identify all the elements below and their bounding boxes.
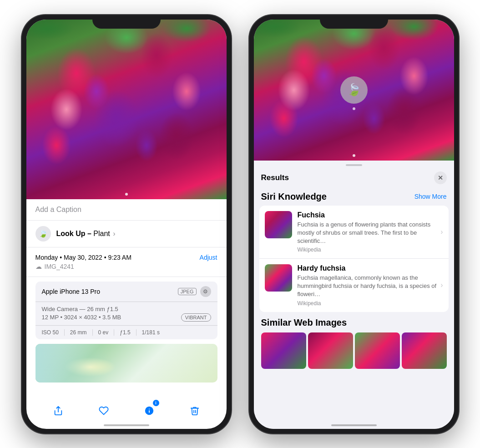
- siri-dot: [353, 107, 355, 110]
- hardy-title: Hardy fuchsia: [298, 264, 443, 272]
- caption-area[interactable]: Add a Caption: [26, 199, 227, 221]
- fuchsia-chevron: ›: [440, 228, 443, 236]
- results-header: Results ✕: [254, 168, 454, 189]
- meta-date-row: Monday • May 30, 2022 • 9:23 AM Adjust: [35, 254, 217, 261]
- notch: [92, 15, 161, 29]
- info-badge: i: [153, 400, 159, 406]
- siri-knowledge-title: Siri Knowledge: [261, 191, 327, 202]
- share-button[interactable]: [49, 402, 67, 420]
- info-button[interactable]: i: [140, 402, 158, 420]
- exif-row: ISO 50 26 mm 0 ev ƒ1.5 1/181 s: [35, 326, 217, 339]
- heart-icon: [99, 406, 109, 416]
- lookup-icon: 🍃: [35, 226, 51, 242]
- favorite-button[interactable]: [95, 402, 113, 420]
- share-icon: [53, 406, 63, 416]
- lookup-label[interactable]: Look Up – Plant ›: [56, 230, 116, 238]
- device-section: Apple iPhone 13 Pro JPEG ⚙ Wide Camera —…: [35, 282, 217, 339]
- resolution-info: 12 MP • 3024 × 4032 • 3.5 MB: [42, 314, 121, 321]
- hardy-chevron: ›: [440, 281, 443, 289]
- gear-button[interactable]: ⚙: [200, 286, 211, 297]
- info-icon: [144, 406, 154, 416]
- fuchsia-source: Wikipedia: [298, 247, 443, 253]
- exif-shutter: 1/181 s: [142, 329, 160, 336]
- left-screen: Add a Caption 🍃 Look Up – Plant › Monday…: [26, 20, 227, 429]
- results-handle: [346, 164, 362, 166]
- flower-photo-right[interactable]: 🍃: [254, 20, 454, 161]
- meta-filename: IMG_4241: [45, 263, 74, 270]
- page-indicator-right: [353, 154, 355, 157]
- hardy-fuchsia-card[interactable]: Hardy fuchsia Fuchsia magellanica, commo…: [259, 259, 449, 312]
- similar-img-1[interactable]: [261, 332, 306, 369]
- right-phone: 🍃 Results ✕ Siri Knowledge Show More: [249, 15, 459, 433]
- close-button[interactable]: ✕: [434, 171, 447, 184]
- fuchsia-desc: Fuchsia is a genus of flowering plants t…: [298, 221, 443, 246]
- page-indicator: [125, 193, 128, 196]
- hardy-thumbnail: [265, 264, 292, 292]
- results-title: Results: [261, 173, 289, 182]
- similar-img-2[interactable]: [308, 332, 353, 369]
- fuchsia-content: Fuchsia Fuchsia is a genus of flowering …: [298, 211, 443, 253]
- device-row: Apple iPhone 13 Pro JPEG ⚙: [35, 282, 217, 302]
- show-more-button[interactable]: Show More: [414, 193, 447, 200]
- siri-icon-overlay: 🍃: [340, 76, 368, 104]
- exif-ev: 0 ev: [98, 329, 115, 336]
- leaf-icon: 🍃: [39, 229, 48, 238]
- lookup-chevron: ›: [111, 230, 116, 237]
- hardy-desc: Fuchsia magellanica, commonly known as t…: [298, 274, 443, 299]
- siri-knowledge-header: Siri Knowledge Show More: [254, 189, 454, 206]
- left-phone: Add a Caption 🍃 Look Up – Plant › Monday…: [22, 15, 231, 433]
- hardy-source: Wikipedia: [298, 300, 443, 307]
- meta-date: Monday • May 30, 2022 • 9:23 AM: [35, 254, 131, 261]
- meta-filename-row: ☁ IMG_4241: [35, 263, 217, 270]
- fuchsia-thumbnail: [265, 211, 292, 238]
- fuchsia-card[interactable]: Fuchsia Fuchsia is a genus of flowering …: [259, 206, 449, 259]
- map-thumbnail[interactable]: [35, 344, 217, 383]
- home-indicator-left: [104, 424, 149, 426]
- results-panel: Results ✕ Siri Knowledge Show More Fuchs…: [254, 161, 454, 429]
- notch-right: [320, 15, 388, 29]
- device-name: Apple iPhone 13 Pro: [42, 288, 100, 295]
- caption-input[interactable]: Add a Caption: [35, 206, 81, 213]
- lookup-row[interactable]: 🍃 Look Up – Plant ›: [26, 221, 227, 247]
- knowledge-cards: Fuchsia Fuchsia is a genus of flowering …: [259, 206, 449, 312]
- right-screen: 🍃 Results ✕ Siri Knowledge Show More: [254, 20, 454, 429]
- similar-img-3[interactable]: [355, 332, 400, 369]
- exif-iso: ISO 50: [42, 329, 65, 336]
- similar-img-4[interactable]: [402, 332, 447, 369]
- fuchsia-title: Fuchsia: [298, 211, 443, 219]
- adjust-button[interactable]: Adjust: [200, 254, 217, 261]
- cloud-icon: ☁: [35, 263, 42, 270]
- resolution-row: 12 MP • 3024 × 4032 • 3.5 MB VIBRANT: [42, 313, 211, 322]
- home-indicator-right: [331, 424, 377, 426]
- camera-lens: Wide Camera — 26 mm ƒ1.5: [42, 306, 211, 312]
- exif-aperture: ƒ1.5: [120, 329, 136, 336]
- exif-focal: 26 mm: [70, 329, 93, 336]
- similar-title: Similar Web Images: [261, 317, 447, 328]
- lookup-rest: Plant: [91, 230, 110, 237]
- lookup-bold: Look Up –: [56, 230, 91, 237]
- similar-section: Similar Web Images: [254, 312, 454, 372]
- hardy-content: Hardy fuchsia Fuchsia magellanica, commo…: [298, 264, 443, 307]
- trash-icon: [190, 406, 200, 416]
- device-badges: JPEG ⚙: [178, 286, 211, 297]
- siri-leaf-icon: 🍃: [347, 83, 361, 97]
- camera-row: Wide Camera — 26 mm ƒ1.5 12 MP • 3024 × …: [35, 302, 217, 326]
- format-badge: JPEG: [178, 288, 197, 295]
- flower-photo-left[interactable]: [26, 20, 227, 199]
- delete-button[interactable]: [186, 402, 204, 420]
- bottom-toolbar: i: [26, 402, 227, 420]
- close-icon: ✕: [438, 174, 443, 181]
- meta-section: Monday • May 30, 2022 • 9:23 AM Adjust ☁…: [26, 247, 227, 277]
- vibrant-badge: VIBRANT: [181, 313, 211, 322]
- similar-images: [261, 332, 447, 369]
